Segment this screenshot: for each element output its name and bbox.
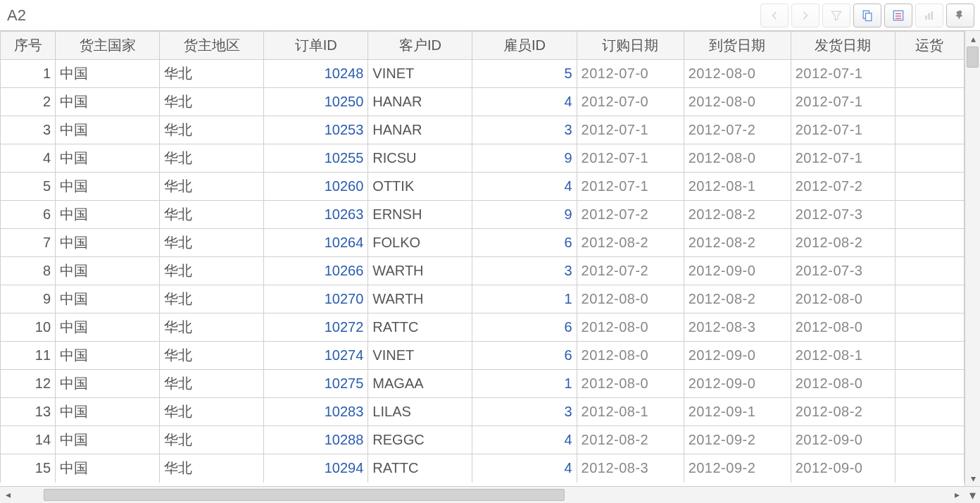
cell[interactable]: 1	[472, 370, 577, 398]
cell[interactable]: 1	[1, 60, 56, 88]
vertical-scrollbar[interactable]: ▴ ▾	[965, 31, 980, 486]
cell[interactable]: 10283	[264, 398, 368, 426]
cell[interactable]: 2012-08-2	[577, 426, 684, 454]
cell[interactable]: 10250	[264, 88, 368, 116]
cell[interactable]: 2012-07-1	[791, 144, 895, 173]
cell[interactable]: ERNSH	[368, 201, 472, 229]
cell[interactable]: 华北	[160, 173, 264, 201]
cell[interactable]: 2012-09-2	[684, 454, 791, 483]
table-row[interactable]: 5中国华北10260OTTIK42012-07-12012-08-12012-0…	[1, 173, 965, 201]
cell[interactable]: 10248	[264, 60, 368, 88]
column-header[interactable]: 订单ID	[264, 32, 368, 60]
cell[interactable]: 华北	[160, 426, 264, 454]
cell[interactable]: 华北	[160, 116, 264, 144]
column-header[interactable]: 客户ID	[368, 32, 472, 60]
pin-button[interactable]	[946, 4, 974, 27]
cell[interactable]: 2012-08-0	[577, 370, 684, 398]
cell[interactable]: 6	[1, 201, 56, 229]
cell[interactable]: 中国	[56, 144, 160, 173]
cell[interactable]	[895, 173, 964, 201]
cell[interactable]: 华北	[160, 201, 264, 229]
cell[interactable]: WARTH	[368, 285, 472, 313]
cell[interactable]: HANAR	[368, 88, 472, 116]
scroll-down-arrow[interactable]: ▾	[965, 471, 980, 486]
cell[interactable]: 中国	[56, 173, 160, 201]
scroll-corner[interactable]: ▾	[965, 487, 980, 503]
cell[interactable]: 2012-08-1	[684, 173, 791, 201]
cell[interactable]	[895, 257, 964, 285]
column-header[interactable]: 货主国家	[56, 32, 160, 60]
column-header[interactable]: 运货	[895, 32, 964, 60]
cell[interactable]: 中国	[56, 426, 160, 454]
cell[interactable]	[895, 144, 964, 173]
cell[interactable]	[895, 201, 964, 229]
cell[interactable]: 15	[1, 454, 56, 483]
cell[interactable]: WARTH	[368, 257, 472, 285]
cell[interactable]: 2012-07-3	[791, 201, 895, 229]
chart-button[interactable]	[915, 4, 943, 27]
cell[interactable]: 9	[472, 201, 577, 229]
cell[interactable]: RATTC	[368, 454, 472, 483]
table-row[interactable]: 9中国华北10270WARTH12012-08-02012-08-22012-0…	[1, 285, 965, 313]
cell[interactable]: 8	[1, 257, 56, 285]
cell[interactable]	[895, 342, 964, 370]
cell[interactable]: 10275	[264, 370, 368, 398]
cell[interactable]: 华北	[160, 285, 264, 313]
cell[interactable]: 华北	[160, 229, 264, 257]
vertical-scroll-thumb[interactable]	[967, 46, 979, 68]
cell[interactable]: 11	[1, 342, 56, 370]
cell[interactable]: 3	[1, 116, 56, 144]
cell[interactable]: 2012-07-1	[791, 60, 895, 88]
cell[interactable]: 2012-08-2	[577, 229, 684, 257]
cell[interactable]: 2012-07-2	[577, 201, 684, 229]
cell[interactable]: 4	[472, 173, 577, 201]
cell[interactable]: 10260	[264, 173, 368, 201]
back-button[interactable]	[760, 4, 789, 27]
filter-button[interactable]	[822, 4, 850, 27]
cell[interactable]: HANAR	[368, 116, 472, 144]
cell[interactable]: 2012-08-0	[577, 342, 684, 370]
table-row[interactable]: 8中国华北10266WARTH32012-07-22012-09-02012-0…	[1, 257, 965, 285]
cell[interactable]: 2012-08-0	[684, 144, 791, 173]
cell[interactable]: OTTIK	[368, 173, 472, 201]
cell[interactable]	[895, 285, 964, 313]
cell[interactable]: VINET	[368, 60, 472, 88]
cell[interactable]: 2012-08-2	[791, 398, 895, 426]
cell[interactable]: 2012-07-2	[684, 116, 791, 144]
cell[interactable]	[895, 88, 964, 116]
cell[interactable]: 中国	[56, 60, 160, 88]
table-row[interactable]: 2中国华北10250HANAR42012-07-02012-08-02012-0…	[1, 88, 965, 116]
cell[interactable]: 10288	[264, 426, 368, 454]
cell[interactable]: 10263	[264, 201, 368, 229]
table-row[interactable]: 10中国华北10272RATTC62012-08-02012-08-32012-…	[1, 313, 965, 342]
cell[interactable]	[895, 398, 964, 426]
cell[interactable]: 华北	[160, 60, 264, 88]
cell[interactable]: 3	[472, 116, 577, 144]
cell[interactable]: RATTC	[368, 313, 472, 342]
cell[interactable]: 2012-08-3	[684, 313, 791, 342]
cell[interactable]: 4	[1, 144, 56, 173]
cell[interactable]: 4	[472, 426, 577, 454]
cell[interactable]: 2012-08-2	[684, 229, 791, 257]
cell[interactable]: 13	[1, 398, 56, 426]
cell[interactable]: 华北	[160, 88, 264, 116]
cell[interactable]: 2012-08-2	[684, 201, 791, 229]
cell[interactable]: 2012-07-2	[577, 257, 684, 285]
table-row[interactable]: 12中国华北10275MAGAA12012-08-02012-09-02012-…	[1, 370, 965, 398]
column-header[interactable]: 序号	[1, 32, 56, 60]
cell[interactable]	[895, 370, 964, 398]
cell[interactable]: 2012-09-0	[791, 454, 895, 483]
cell[interactable]: 10266	[264, 257, 368, 285]
cell[interactable]: 2012-08-0	[791, 285, 895, 313]
cell[interactable]: 2012-07-2	[791, 173, 895, 201]
cell[interactable]: 华北	[160, 313, 264, 342]
cell[interactable]: 3	[472, 257, 577, 285]
cell[interactable]: 9	[472, 144, 577, 173]
cell[interactable]: 7	[1, 229, 56, 257]
table-row[interactable]: 3中国华北10253HANAR32012-07-12012-07-22012-0…	[1, 116, 965, 144]
horizontal-scrollbar[interactable]: ◂ ▸ ▾	[0, 486, 980, 503]
cell[interactable]	[895, 116, 964, 144]
cell[interactable]: 2012-09-0	[684, 257, 791, 285]
cell[interactable]: 2012-08-2	[684, 285, 791, 313]
cell[interactable]: 9	[1, 285, 56, 313]
